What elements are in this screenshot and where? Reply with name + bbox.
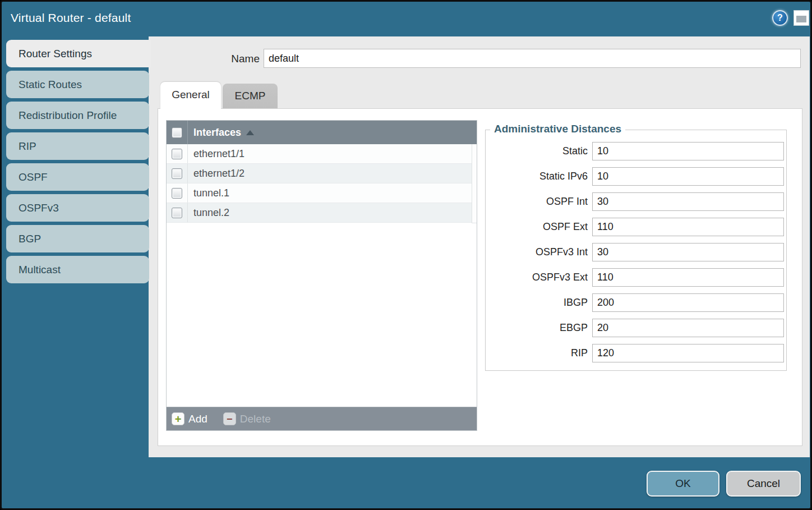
name-input[interactable] xyxy=(264,49,801,68)
ospf-ext-label: OSPF Ext xyxy=(486,221,588,233)
sidebar-item-rip[interactable]: RIP xyxy=(6,132,149,160)
maximize-window-icon[interactable] xyxy=(793,10,809,26)
static-ipv6-input[interactable] xyxy=(592,167,784,186)
table-row[interactable]: tunnel.2 xyxy=(167,203,477,223)
add-button-label: Add xyxy=(188,413,207,425)
interface-name: tunnel.2 xyxy=(193,207,229,219)
static-input[interactable] xyxy=(592,142,784,160)
field-row: Static xyxy=(486,142,786,160)
row-checkbox[interactable] xyxy=(172,149,182,159)
field-row: RIP xyxy=(486,344,786,362)
sidebar-item-router-settings[interactable]: Router Settings xyxy=(6,40,151,67)
interface-name: ethernet1/2 xyxy=(193,168,244,180)
virtual-router-dialog: Virtual Router - default ? Router Settin… xyxy=(0,0,812,510)
static-label: Static xyxy=(486,145,588,157)
row-checkbox-cell xyxy=(167,144,188,163)
row-checkbox-cell xyxy=(167,183,188,203)
interfaces-column-header: Interfaces xyxy=(193,127,241,139)
select-all-cell xyxy=(167,121,188,144)
ospfv3-ext-input[interactable] xyxy=(592,268,784,287)
sidebar: Router Settings Static Routes Redistribu… xyxy=(6,40,151,283)
interfaces-table-header[interactable]: Interfaces xyxy=(167,121,477,144)
interfaces-table-footer: + Add − Delete xyxy=(167,407,477,430)
fieldset-legend: Administrative Distances xyxy=(490,123,625,135)
sidebar-item-ospfv3[interactable]: OSPFv3 xyxy=(6,194,149,222)
select-all-checkbox[interactable] xyxy=(172,127,182,138)
ospfv3-ext-label: OSPFv3 Ext xyxy=(486,272,588,283)
sidebar-item-multicast[interactable]: Multicast xyxy=(6,256,149,283)
field-row: OSPF Ext xyxy=(486,218,786,236)
add-plus-icon: + xyxy=(172,412,184,425)
table-row[interactable]: tunnel.1 xyxy=(167,183,477,203)
static-ipv6-label: Static IPv6 xyxy=(486,171,588,182)
ebgp-label: EBGP xyxy=(486,322,588,334)
ospf-ext-input[interactable] xyxy=(592,218,784,236)
tab-general[interactable]: General xyxy=(160,82,221,109)
table-row[interactable]: ethernet1/2 xyxy=(167,164,477,183)
tab-ecmp[interactable]: ECMP xyxy=(223,84,278,108)
row-checkbox-cell xyxy=(167,164,188,183)
ibgp-input[interactable] xyxy=(592,293,784,312)
dialog-title: Virtual Router - default xyxy=(11,11,131,25)
field-row: EBGP xyxy=(486,319,786,337)
ospfv3-int-label: OSPFv3 Int xyxy=(486,246,588,258)
rip-label: RIP xyxy=(486,347,588,359)
row-checkbox-cell xyxy=(167,203,188,222)
ibgp-label: IBGP xyxy=(486,297,588,309)
sidebar-item-bgp[interactable]: BGP xyxy=(6,225,149,252)
delete-button[interactable]: − Delete xyxy=(223,412,271,425)
interface-name: tunnel.1 xyxy=(193,187,229,199)
field-row: OSPFv3 Ext xyxy=(486,268,786,287)
row-checkbox[interactable] xyxy=(172,188,182,199)
ospf-int-input[interactable] xyxy=(592,192,784,211)
field-row: Static IPv6 xyxy=(486,167,786,186)
delete-button-label: Delete xyxy=(240,413,271,425)
ospf-int-label: OSPF Int xyxy=(486,196,588,208)
sort-ascending-icon xyxy=(246,130,254,135)
row-checkbox[interactable] xyxy=(172,208,182,218)
ok-button[interactable]: OK xyxy=(647,471,719,497)
interfaces-table-body: ethernet1/1 ethernet1/2 tunnel.1 tunnel.… xyxy=(167,144,477,407)
help-icon[interactable]: ? xyxy=(772,10,788,26)
field-row: OSPF Int xyxy=(486,192,786,211)
sidebar-item-ospf[interactable]: OSPF xyxy=(6,163,149,191)
cancel-button[interactable]: Cancel xyxy=(726,471,801,497)
field-row: OSPFv3 Int xyxy=(486,243,786,261)
sidebar-item-static-routes[interactable]: Static Routes xyxy=(6,71,149,98)
ebgp-input[interactable] xyxy=(592,319,784,337)
rip-input[interactable] xyxy=(592,344,784,362)
title-bar: Virtual Router - default ? xyxy=(2,2,810,36)
ospfv3-int-input[interactable] xyxy=(592,243,784,261)
delete-minus-icon: − xyxy=(223,412,236,425)
row-checkbox[interactable] xyxy=(172,168,182,179)
name-label: Name xyxy=(192,49,260,68)
administrative-distances-fieldset: Administrative Distances Static Static I… xyxy=(485,130,787,371)
interface-name: ethernet1/1 xyxy=(193,148,244,160)
table-scrollbar[interactable] xyxy=(472,144,477,223)
fieldset-rows: Static Static IPv6 OSPF Int OSPF Ext OSP… xyxy=(486,142,786,362)
field-row: IBGP xyxy=(486,293,786,312)
interfaces-table: Interfaces ethernet1/1 ethernet1/2 tunne… xyxy=(166,120,477,431)
help-glyph: ? xyxy=(777,13,783,23)
table-row[interactable]: ethernet1/1 xyxy=(167,144,477,164)
maximize-window-icon-inner xyxy=(796,16,806,22)
add-button[interactable]: + Add xyxy=(172,412,207,425)
sidebar-item-redistribution-profile[interactable]: Redistribution Profile xyxy=(6,102,149,129)
